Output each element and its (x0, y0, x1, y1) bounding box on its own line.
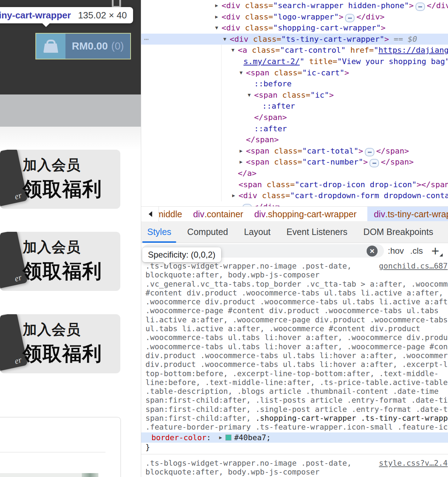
color-swatch[interactable] (225, 435, 231, 441)
inspected-cart-element[interactable]: RM0.00 (0) (35, 33, 131, 59)
css-selector-line[interactable]: blockquote:after, body.wpb-js-composer (145, 467, 444, 476)
css-selector-line[interactable]: div.product .woocommerce-tabs ul.tabs li… (145, 351, 444, 360)
expand-closed-icon[interactable]: ▶ (232, 190, 235, 201)
inspected-webpage: RM0.00 (0) tiny-cart-wrapper 135.02 × 40… (0, 0, 141, 477)
dom-tree-row[interactable]: ▶<span class="cart-total">…</span> (141, 145, 448, 157)
css-selector-line[interactable]: span:first-child:after, .single-post art… (145, 405, 444, 414)
elements-tree[interactable]: ▶<div class="search-wrapper hidden-phone… (141, 0, 448, 206)
css-selector-line[interactable]: .woocommerce div.product .woocommerce-ta… (145, 297, 444, 306)
css-property-name[interactable]: border-color (151, 433, 206, 442)
css-selector-line[interactable]: span:first-child:after, .shopping-cart-w… (145, 414, 444, 423)
css-property-value[interactable]: #40bea7; (234, 433, 271, 442)
dom-tree-row[interactable]: </a> (141, 168, 448, 179)
breadcrumb-item[interactable]: div.ts-tiny-cart-wrapper (367, 207, 448, 222)
dom-tree-row-text: <span class="cart-total">…</span> (246, 145, 409, 157)
tab-computed[interactable]: Computed (187, 221, 228, 243)
tab-styles[interactable]: Styles (147, 221, 171, 243)
expand-open-icon[interactable]: ▼ (248, 90, 251, 101)
expand-ellipsis-icon[interactable]: … (345, 14, 355, 22)
dom-tree-row[interactable]: </span> (141, 112, 448, 123)
stylesheet-source-link[interactable]: gonchild.cs…687 (379, 262, 448, 270)
expand-ellipsis-icon[interactable]: … (365, 148, 374, 156)
breadcrumb-scroller[interactable]: middlediv.containerdiv.shopping-cart-wra… (159, 207, 448, 222)
dom-tree-row[interactable]: <span class="cart-drop-icon drop-icon"><… (141, 179, 448, 190)
css-declaration-row[interactable]: border-color: ▶#40bea7; (141, 432, 448, 443)
expand-closed-icon[interactable]: ▶ (240, 145, 242, 157)
new-style-rule-button[interactable]: + (431, 243, 439, 259)
breadcrumb-item[interactable]: div.container (193, 207, 243, 222)
banner-line2: 领取福利 (23, 176, 102, 202)
dom-tree-row-text: ::after (254, 123, 287, 134)
dom-tree-row-text: <div class="search-wrapper hidden-phone"… (222, 0, 448, 11)
css-selector-line[interactable]: li.active a:after, .woocommerce-page div… (145, 315, 444, 324)
clear-filter-button[interactable]: ✕ (367, 246, 378, 257)
css-selector-line[interactable]: #content div.product .woocommerce-tabs u… (145, 288, 444, 297)
tab-layout[interactable]: Layout (244, 221, 270, 243)
expand-longhand-icon[interactable]: ▶ (219, 435, 222, 440)
dom-tree-row[interactable]: ::after (141, 100, 448, 112)
element-classes-button[interactable]: .cls (410, 243, 423, 259)
expand-ellipsis-icon[interactable]: … (369, 159, 379, 167)
tab-event-listeners[interactable]: Event Listeners (287, 221, 348, 243)
code-tag: <span (246, 68, 269, 77)
dom-tree-row[interactable]: ▼<a class="cart-control" href="https://d… (141, 45, 448, 56)
expand-open-icon[interactable]: ▼ (240, 67, 242, 79)
code-tag: <div (239, 191, 257, 200)
dom-tree-row[interactable]: ▶<div class="logo-wrapper">…</div> (141, 11, 448, 23)
expand-closed-icon[interactable]: ▶ (240, 156, 242, 168)
toggle-element-state-button[interactable]: :hov (388, 243, 404, 259)
dom-tree-row[interactable]: ▼<span class="ic"> (141, 90, 448, 101)
stylesheet-source-link[interactable]: style.css?v…2.4 (379, 459, 448, 467)
code-attr: class= (269, 146, 302, 155)
code-sel: ul.tabs li.active a:after, .woocommerce … (145, 324, 420, 333)
expand-open-icon[interactable]: ▼ (215, 22, 218, 34)
css-selector-line[interactable]: ul.tabs li.active a:after, .woocommerce … (145, 324, 444, 333)
css-selector-line[interactable]: div.product .woocommerce-tabs ul.tabs li… (145, 360, 444, 369)
dom-tree-row[interactable]: ⋯▼<div class="ts-tiny-cart-wrapper"> == … (141, 34, 448, 45)
dom-tree-row[interactable]: ▶<div class="search-wrapper hidden-phone… (141, 0, 448, 11)
css-selector-line[interactable]: .feature-border-primary .ts-feature-wrap… (145, 423, 444, 431)
selector-lines[interactable]: .ts-blogs-widget-wrapper.no-image .post-… (145, 262, 444, 432)
dom-tree-row[interactable]: ▼<span class="ic-cart"> (141, 67, 448, 79)
css-selector-line[interactable]: .vc_general.vc_tta-tabs.top_border .vc_t… (145, 280, 444, 288)
breadcrumb-scroll-left-button[interactable] (142, 207, 159, 222)
css-selector-line[interactable]: .table-description, .blogs article .thum… (145, 387, 444, 396)
specificity-tooltip: Specificity: (0,0,2) (142, 247, 221, 262)
dom-tree-row[interactable]: s.my/cart-2/" title="View your shopping … (141, 56, 448, 67)
expand-closed-icon[interactable]: ▶ (215, 0, 218, 11)
css-selector-line[interactable]: top-bottom:before, .excerpt-line-top-bot… (145, 369, 444, 378)
css-selector-line[interactable]: blockquote:after, body.wpb-js-composer (145, 270, 444, 279)
breadcrumb-item[interactable]: middle (159, 207, 182, 222)
expand-open-icon[interactable]: ▼ (231, 45, 234, 56)
header-bag-icon[interactable] (112, 0, 121, 8)
code-sel: blockquote:after, body.wpb-js-composer (145, 467, 320, 476)
code-tag: > (409, 1, 414, 10)
expand-ellipsis-icon[interactable]: … (415, 2, 425, 11)
promo-banner[interactable]: er加入会员领取福利 (0, 232, 120, 291)
breadcrumb-item[interactable]: div.shopping-cart-wrapper (254, 207, 356, 222)
code-sel: .woocommerce-page #content div.product .… (145, 306, 438, 315)
promo-banner[interactable]: er加入会员领取福利 (0, 314, 120, 373)
dom-tree-row[interactable]: ::before (141, 78, 448, 90)
dom-tree-row[interactable]: ::after (141, 123, 448, 134)
css-selector-line[interactable]: span:first-child:after, .list-posts arti… (145, 396, 444, 404)
css-selector-line[interactable]: .woocommerce-tabs ul.tabs li:hover a:aft… (145, 342, 444, 351)
expand-ellipsis-icon[interactable]: … (242, 204, 252, 206)
tab-dom-breakpoints[interactable]: DOM Breakpoints (363, 221, 433, 243)
css-selector-line[interactable]: .woocommerce-page #content div.product .… (145, 306, 444, 315)
dom-tree-row[interactable]: </span> (141, 134, 448, 145)
css-selector-line[interactable]: line:before, .text-middle-line:after, .t… (145, 378, 444, 387)
cart-summary: RM0.00 (0) (65, 34, 130, 59)
dom-tree-row[interactable]: ▶<span class="cart-number">…</span> (141, 156, 448, 168)
code-val: "search-wrapper hidden-phone" (273, 1, 409, 10)
expand-open-icon[interactable]: ▼ (223, 34, 226, 45)
dom-tree-row[interactable]: ▼<div class="shopping-cart-wrapper"> (141, 22, 448, 34)
code-tag: </div> (427, 1, 448, 10)
dom-tree-row[interactable]: ▶<div class="cart-dropdown-form dropdown… (141, 190, 448, 201)
expand-closed-icon[interactable]: ▶ (215, 11, 218, 23)
css-selector-line[interactable]: .woocommerce-tabs ul.tabs li:hover a:aft… (145, 333, 444, 342)
dom-tree-row[interactable]: …</div> (141, 201, 448, 206)
promo-banner[interactable]: er加入会员领取福利 (0, 150, 120, 209)
code-attr: class= (269, 68, 302, 77)
row-menu-ellipsis-icon[interactable]: ⋯ (144, 34, 149, 45)
